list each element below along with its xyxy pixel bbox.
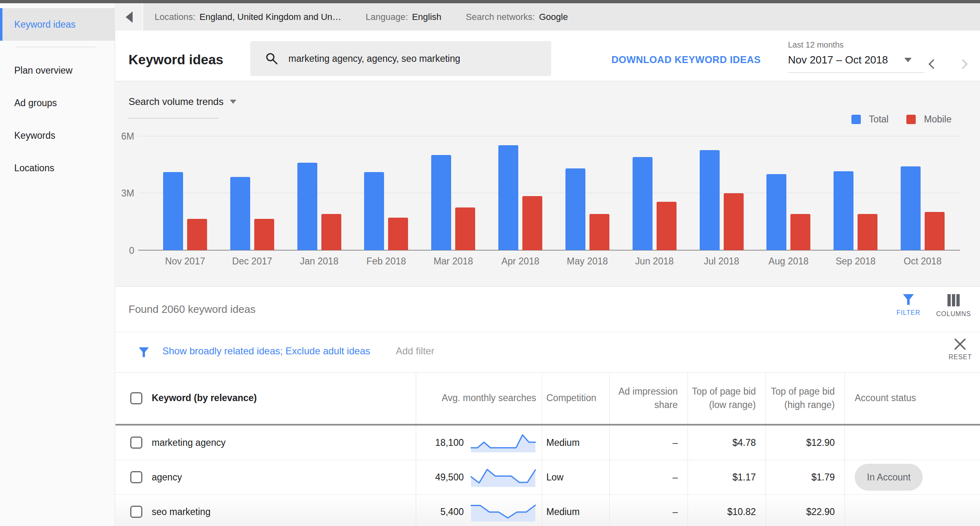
column-header-label: Competition [546,391,596,405]
row-checkbox[interactable] [130,437,142,449]
total-bar [700,150,720,250]
keyword-cell: seo marketing [116,495,416,526]
ad-impression-share-value: – [609,426,688,460]
search-trend-sparkline [470,502,536,522]
sidebar-item-keywords[interactable]: Keywords [0,119,115,152]
chart-month-group: Aug 2018 [766,136,810,250]
avg-monthly-searches-cell: 49,500 [416,460,542,494]
chart-month-group: Oct 2018 [901,136,945,250]
x-axis-label: Mar 2018 [434,256,473,267]
language-value: English [412,12,441,22]
total-bar [297,163,317,250]
keyword-ideas-table: Keyword (by relevance) Avg. monthly sear… [116,373,980,526]
mobile-bar [187,219,207,250]
search-networks-label: Search networks: [466,12,535,22]
avg-monthly-searches-value: 18,100 [435,437,464,448]
x-axis-label: May 2018 [567,256,608,267]
sidebar-item-label: Keywords [14,130,55,141]
previous-period-button[interactable] [928,59,938,69]
keyword-label: seo marketing [152,506,210,517]
sidebar-item-keyword-ideas[interactable]: Keyword ideas [0,8,115,41]
sidebar-divider [16,47,95,47]
page-title: Keyword ideas [129,52,223,68]
language-setting[interactable]: Language: English [366,12,441,22]
window-top-strip [0,0,980,3]
select-all-checkbox[interactable] [130,392,142,404]
next-period-button[interactable] [958,59,967,69]
filter-icon [138,346,149,358]
column-header-keyword[interactable]: Keyword (by relevance) [116,373,416,424]
results-header: Found 2060 keyword ideas FILTER COLUMNS [116,287,980,332]
mobile-bar [790,214,810,250]
chart-month-group: May 2018 [565,136,609,250]
sidebar-item-locations[interactable]: Locations [0,152,115,184]
total-bar [834,171,853,250]
row-checkbox[interactable] [130,506,142,518]
filter-button-label: FILTER [897,309,921,316]
chevron-down-icon [904,58,912,62]
chart-month-group: Apr 2018 [498,136,542,250]
table-row: seo marketing5,400Medium–$10.82$22.90 [116,495,980,526]
search-trend-sparkline [470,433,536,452]
total-bar [431,155,451,250]
sidebar: Keyword ideas Plan overview Ad groups Ke… [0,3,115,526]
chevron-down-icon [230,100,236,104]
top-of-page-bid-high-value: $22.90 [766,495,845,526]
x-axis-label: Jul 2018 [704,256,739,267]
back-arrow-icon [126,11,133,23]
active-filters-link[interactable]: Show broadly related ideas; Exclude adul… [162,345,370,357]
download-keyword-ideas-button[interactable]: DOWNLOAD KEYWORD IDEAS [611,54,761,65]
x-axis-label: Nov 2017 [165,256,205,267]
column-header-competition[interactable]: Competition [542,373,609,424]
reset-button[interactable]: RESET [949,338,972,361]
sidebar-item-plan-overview[interactable]: Plan overview [0,54,115,87]
filter-icon [902,294,915,305]
search-trend-sparkline [470,467,536,487]
columns-button[interactable]: COLUMNS [931,294,976,318]
mobile-bar [388,218,408,250]
chart-legend: Total Mobile [851,114,952,125]
ad-impression-share-value: – [609,460,688,494]
filter-button[interactable]: FILTER [890,294,927,316]
column-header-top-of-page-bid-low[interactable]: Top of page bid (low range) [688,373,766,424]
legend-item-mobile: Mobile [906,114,952,125]
account-status-badge: In Account [855,464,923,491]
header-card: Keyword ideas DOWNLOAD KEYWORD IDEAS Las… [116,31,980,81]
top-of-page-bid-high-value: $1.79 [766,460,845,494]
chart-type-dropdown[interactable]: Search volume trends [129,96,236,107]
mobile-legend-swatch [906,115,916,124]
column-header-top-of-page-bid-high[interactable]: Top of page bid (high range) [766,373,845,424]
chart-month-group: Jan 2018 [297,136,341,250]
date-range-selector[interactable]: Last 12 months Nov 2017 – Oct 2018 [788,40,924,73]
date-range-underline [788,72,924,73]
total-bar [901,166,921,250]
x-axis-label: Feb 2018 [367,256,406,267]
x-axis-label: Aug 2018 [768,256,808,267]
back-button[interactable] [116,3,143,31]
chart-month-group: Nov 2017 [163,136,207,250]
competition-value: Medium [542,426,609,460]
column-header-avg-monthly-searches[interactable]: Avg. monthly searches [416,373,542,424]
column-header-account-status[interactable]: Account status [845,373,980,424]
chart-month-group: Feb 2018 [364,136,408,250]
keyword-cell: agency [116,460,416,494]
sidebar-item-ad-groups[interactable]: Ad groups [0,87,115,119]
search-networks-setting[interactable]: Search networks: Google [466,12,568,22]
column-header-label: Top of page bid (low range) [688,385,756,412]
add-filter-button[interactable]: Add filter [396,345,434,357]
row-checkbox[interactable] [130,471,142,483]
column-header-ad-impression-share[interactable]: Ad impression share [609,373,688,424]
search-volume-chart-section: Search volume trends Total Mobile 6M 3M … [116,81,980,287]
keyword-search-input[interactable] [288,53,541,64]
mobile-bar [254,219,274,250]
sidebar-item-label: Locations [14,163,54,174]
total-bar [565,168,585,250]
found-keywords-count: Found 2060 keyword ideas [129,303,255,316]
keyword-search-box[interactable] [250,41,551,76]
chart-title: Search volume trends [129,96,223,107]
search-networks-value: Google [539,12,568,22]
reset-button-label: RESET [949,354,972,361]
columns-icon [947,294,960,306]
chart-month-group: Jun 2018 [633,136,677,250]
locations-setting[interactable]: Locations: England, United Kingdom and U… [155,12,341,22]
